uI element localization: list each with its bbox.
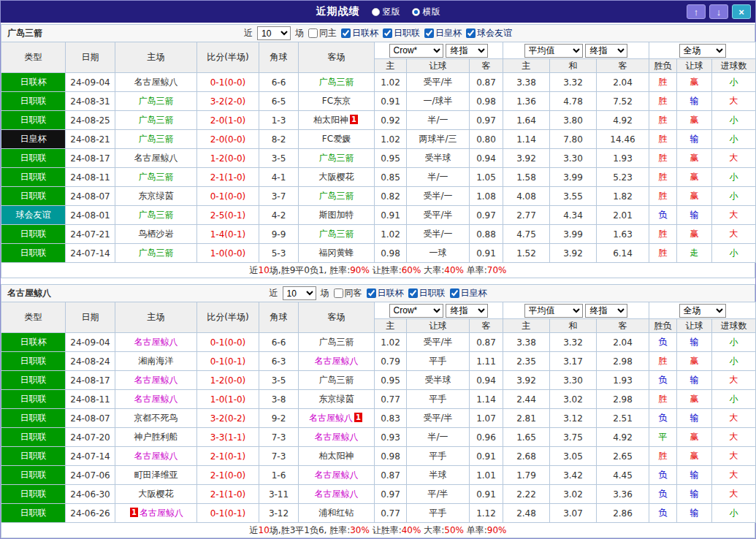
- euro-time-select[interactable]: 终指: [585, 304, 627, 318]
- section-header: 名古屋鲸八 近 10 场 同客 日联杯 日职联 日皇杯: [1, 284, 755, 302]
- same-venue-filter[interactable]: 同主: [308, 27, 337, 39]
- summary-segment: 让胜率:: [370, 524, 402, 537]
- asian-time-select[interactable]: 终指: [446, 304, 488, 318]
- date-cell: 24-07-14: [66, 244, 115, 263]
- euro-draw-odds: 3.42: [550, 466, 597, 485]
- away-team-name: 斯图加特: [319, 210, 354, 220]
- asian-home-odds: 0.85: [375, 168, 407, 187]
- same-venue-checkbox[interactable]: [334, 288, 343, 298]
- summary-segment: 40%: [444, 265, 464, 275]
- radio-horizontal-layout[interactable]: 横版: [412, 6, 440, 18]
- league-filter-label: 日皇杯: [461, 287, 487, 299]
- goals-result-cell: 小: [712, 111, 756, 130]
- euro-home-odds: 4.75: [503, 225, 550, 244]
- home-team-name: 京都不死鸟: [134, 413, 178, 423]
- column-subheader: 让球: [407, 319, 470, 333]
- away-team-name: 浦和红钻: [319, 508, 354, 518]
- asian-time-select[interactable]: 终指: [446, 44, 488, 58]
- same-venue-checkbox[interactable]: [308, 28, 318, 38]
- close-button[interactable]: ×: [732, 4, 751, 19]
- corner-cell: 9-9: [259, 225, 299, 244]
- league-filter-4[interactable]: 球会友谊: [466, 27, 512, 39]
- euro-source-select[interactable]: 平均值: [524, 44, 583, 58]
- league-filter-checkbox[interactable]: [424, 28, 434, 38]
- column-header: 类型: [1, 302, 66, 333]
- league-filter-checkbox[interactable]: [408, 288, 418, 298]
- handicap-result-cell: 赢: [677, 225, 712, 244]
- column-subheader: 胜负: [649, 59, 677, 73]
- handicap-result-cell: 输: [677, 409, 712, 428]
- summary-segment: 单率:: [464, 264, 487, 277]
- home-cell: 名古屋鲸八: [115, 73, 197, 92]
- radio-vertical-layout[interactable]: 竖版: [372, 6, 400, 18]
- match-count-select[interactable]: 10: [283, 286, 316, 300]
- euro-source-select[interactable]: 平均值: [524, 304, 583, 318]
- home-team-name: 名古屋鲸八: [134, 153, 178, 163]
- home-cell: 名古屋鲸八: [115, 447, 197, 466]
- euro-time-select[interactable]: 终指: [585, 44, 627, 58]
- away-cell: 大阪樱花: [299, 168, 375, 187]
- asian-source-select[interactable]: Crow*: [389, 44, 443, 58]
- asian-handicap: 平/半: [407, 485, 470, 504]
- league-type-cell: 日职联: [1, 371, 66, 390]
- euro-away-odds: 4.92: [597, 428, 649, 447]
- column-subheader: 进球数: [712, 319, 756, 333]
- away-cell: FC东京: [299, 92, 375, 111]
- summary-segment: 让胜率:: [370, 264, 402, 277]
- same-venue-filter[interactable]: 同客: [334, 287, 362, 299]
- away-cell: 浦和红钻: [299, 504, 375, 523]
- scroll-down-button[interactable]: ↓: [709, 4, 728, 19]
- home-team-name: 名古屋鲸八: [134, 394, 178, 404]
- league-filter-checkbox[interactable]: [367, 288, 376, 298]
- home-team-name: 名古屋鲸八: [134, 77, 178, 87]
- euro-draw-odds: 3.30: [550, 149, 597, 168]
- league-filter-checkbox[interactable]: [383, 28, 392, 38]
- euro-home-odds: 1.14: [503, 130, 550, 149]
- titlebar-center: 近期战绩 竖版 横版: [1, 5, 755, 18]
- handicap-result-cell: 赢: [677, 149, 712, 168]
- match-row: 日职联 24-07-14 名古屋鲸八 2-1(0-1) 7-3 柏太阳神 0.9…: [1, 447, 756, 466]
- corner-cell: 8-2: [259, 130, 299, 149]
- corner-cell: 3-7: [259, 187, 299, 206]
- home-cell: 广岛三箭: [115, 168, 197, 187]
- league-filter-checkbox[interactable]: [450, 288, 459, 298]
- team-name: 名古屋鲸八: [7, 287, 51, 299]
- asian-away-odds: 0.97: [470, 111, 503, 130]
- away-cell: 广岛三箭: [299, 187, 375, 206]
- league-filter-3[interactable]: 日皇杯: [450, 287, 487, 299]
- scope-select[interactable]: 全场: [679, 44, 726, 58]
- corner-cell: 4-1: [259, 168, 299, 187]
- corner-cell: 6-5: [259, 92, 299, 111]
- league-filter-checkbox[interactable]: [466, 28, 476, 38]
- team-name: 广岛三箭: [7, 27, 42, 39]
- euro-home-odds: 1.64: [503, 111, 550, 130]
- scope-select[interactable]: 全场: [679, 304, 726, 318]
- column-subheader: 主: [503, 319, 550, 333]
- league-filter-2[interactable]: 日职联: [383, 27, 420, 39]
- league-filter-3[interactable]: 日皇杯: [424, 27, 462, 39]
- radio-horizontal-label: 横版: [423, 6, 440, 18]
- handicap-result-cell: 赢: [677, 187, 712, 206]
- euro-odds-header: 平均值 终指: [503, 42, 649, 59]
- asian-source-select[interactable]: Crow*: [389, 304, 443, 318]
- match-filters: 近 10 场 同客 日联杯 日职联 日皇杯: [1, 286, 755, 300]
- asian-home-odds: 0.95: [375, 149, 407, 168]
- result-cell: 胜: [649, 168, 677, 187]
- away-cell: 斯图加特: [299, 206, 375, 225]
- league-filter-2[interactable]: 日职联: [408, 287, 446, 299]
- away-team-name: 东京绿茵: [319, 394, 354, 404]
- league-type-cell: 日职联: [1, 225, 66, 244]
- euro-away-odds: 7.52: [597, 92, 649, 111]
- euro-home-odds: 1.36: [503, 92, 550, 111]
- euro-home-odds: 2.48: [503, 504, 550, 523]
- league-filter-1[interactable]: 日联杯: [341, 27, 378, 39]
- match-count-select[interactable]: 10: [257, 26, 291, 40]
- euro-away-odds: 2.01: [597, 206, 649, 225]
- league-filter-1[interactable]: 日联杯: [367, 287, 404, 299]
- euro-draw-odds: 3.12: [550, 409, 597, 428]
- goals-result-cell: 小: [712, 352, 756, 371]
- same-venue-label: 同主: [319, 27, 337, 39]
- scroll-up-button[interactable]: ↑: [687, 4, 706, 19]
- euro-away-odds: 4.92: [597, 111, 649, 130]
- league-filter-checkbox[interactable]: [341, 28, 351, 38]
